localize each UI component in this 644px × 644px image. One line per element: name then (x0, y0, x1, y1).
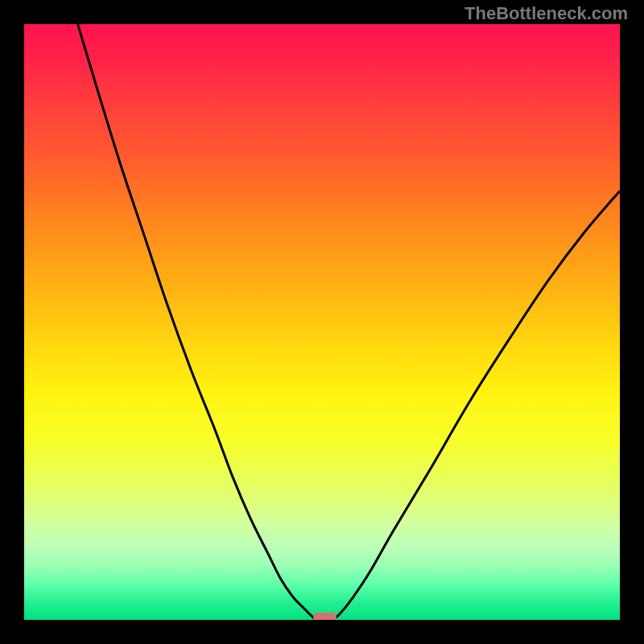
curve-right-branch (334, 191, 620, 618)
bottleneck-marker (313, 613, 337, 620)
curve-svg (24, 24, 620, 620)
plot-area (24, 24, 620, 620)
curve-left-branch (78, 24, 316, 619)
watermark-text: TheBottleneck.com (464, 3, 628, 24)
